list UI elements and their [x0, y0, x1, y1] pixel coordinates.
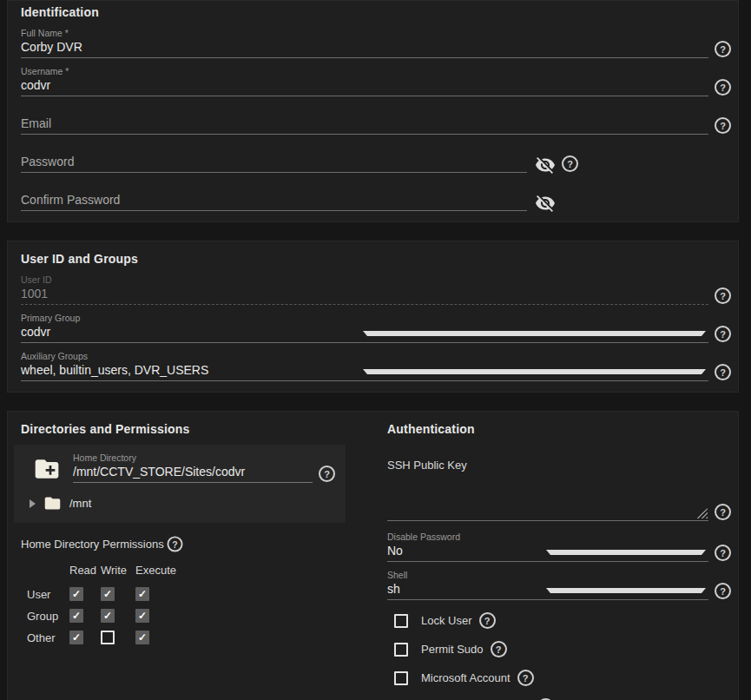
perm-row-user: User [27, 588, 69, 601]
help-icon[interactable] [715, 583, 731, 599]
permissions-grid: Read Write Execute User Group Other [27, 564, 346, 644]
password-field[interactable]: Password [21, 142, 527, 173]
password-row: Password [21, 142, 731, 173]
visibility-off-icon[interactable] [535, 155, 556, 175]
chevron-down-icon[interactable] [363, 331, 707, 336]
perm-row-group: Group [27, 610, 69, 623]
permit-sudo-option: Permit Sudo [394, 642, 731, 657]
chevron-down-icon[interactable] [546, 588, 707, 593]
permissions-label-row: Home Directory Permissions [21, 536, 346, 552]
help-icon[interactable] [319, 466, 335, 482]
create-new-folder-icon[interactable] [33, 455, 61, 483]
directories-column: Directories and Permissions Home Directo… [14, 422, 346, 644]
primary-group-label: Primary Group [21, 313, 708, 323]
checkbox-user-write[interactable] [101, 587, 115, 601]
home-directory-label: Home Directory [73, 452, 313, 463]
microsoft-account-option: Microsoft Account [394, 670, 731, 685]
username-field[interactable]: Username * codvr [21, 66, 708, 96]
visibility-off-icon[interactable] [535, 193, 556, 214]
help-icon[interactable] [517, 670, 534, 686]
help-icon[interactable] [167, 536, 182, 551]
home-directory-value: /mnt/CCTV_STORE/Sites/codvr [73, 465, 313, 479]
disable-password-select[interactable]: Disable Password No [387, 532, 708, 562]
email-field[interactable]: Email [21, 104, 708, 135]
user-id-value: 1001 [21, 287, 708, 300]
shell-label: Shell [387, 570, 708, 580]
ssh-public-key-label: SSH Public Key [387, 459, 731, 472]
confirm-password-placeholder: Confirm Password [21, 193, 527, 207]
full-name-value: Corby DVR [21, 40, 708, 54]
disable-password-value: No [387, 544, 539, 558]
section-directories-authentication: Directories and Permissions Home Directo… [7, 411, 739, 700]
directories-title: Directories and Permissions [21, 422, 346, 436]
chevron-down-icon[interactable] [546, 550, 707, 555]
checkbox-permit-sudo[interactable] [394, 643, 408, 657]
help-icon[interactable] [479, 612, 496, 629]
username-label: Username * [21, 66, 708, 76]
user-id-row: User ID 1001 [21, 274, 731, 305]
shell-row: Shell sh [387, 570, 731, 600]
microsoft-account-label: Microsoft Account [421, 671, 511, 684]
help-icon[interactable] [715, 79, 731, 96]
checkbox-group-execute[interactable] [135, 609, 149, 623]
disable-password-row: Disable Password No [387, 532, 731, 562]
identification-title: Identification [21, 5, 731, 19]
section-identification: Identification Full Name * Corby DVR Use… [7, 0, 739, 222]
tree-expand-icon[interactable] [30, 499, 36, 508]
help-icon[interactable] [715, 41, 731, 57]
auxiliary-groups-value: wheel, builtin_users, DVR_USERS [21, 363, 356, 377]
checkbox-user-read[interactable] [69, 587, 83, 601]
shell-value: sh [387, 582, 539, 596]
primary-group-select[interactable]: Primary Group codvr [21, 313, 708, 343]
help-icon[interactable] [715, 326, 731, 342]
checkbox-microsoft-account[interactable] [394, 671, 408, 685]
checkbox-user-execute[interactable] [135, 587, 149, 601]
password-placeholder: Password [21, 155, 527, 168]
help-icon[interactable] [715, 364, 731, 380]
checkbox-other-execute[interactable] [135, 631, 149, 644]
user-edit-form: Identification Full Name * Corby DVR Use… [7, 0, 739, 700]
perm-row-other: Other [27, 631, 69, 644]
help-icon[interactable] [562, 155, 578, 172]
home-directory-field[interactable]: Home Directory /mnt/CCTV_STORE/Sites/cod… [73, 452, 313, 483]
tree-node-mnt[interactable]: /mnt [26, 494, 335, 512]
checkbox-group-read[interactable] [69, 609, 83, 623]
chevron-down-icon[interactable] [363, 369, 707, 374]
confirm-password-field[interactable]: Confirm Password [21, 181, 527, 211]
primary-group-row: Primary Group codvr [21, 313, 731, 343]
shell-select[interactable]: Shell sh [387, 570, 708, 600]
full-name-label: Full Name * [21, 28, 708, 38]
user-id-groups-title: User ID and Groups [21, 252, 731, 266]
lock-user-option: Lock User [394, 613, 731, 628]
resize-grip-icon[interactable] [695, 508, 708, 518]
checkbox-other-write[interactable] [101, 631, 115, 644]
perm-col-write: Write [101, 564, 135, 579]
section-user-id-groups: User ID and Groups User ID 1001 Primary … [7, 241, 739, 393]
auxiliary-groups-select[interactable]: Auxiliary Groups wheel, builtin_users, D… [21, 351, 708, 381]
email-placeholder: Email [21, 116, 708, 130]
checkbox-lock-user[interactable] [394, 614, 408, 628]
ssh-public-key-textarea[interactable] [387, 475, 708, 521]
help-icon[interactable] [715, 545, 731, 561]
full-name-field[interactable]: Full Name * Corby DVR [21, 28, 708, 58]
help-icon[interactable] [715, 117, 731, 134]
checkbox-group-write[interactable] [101, 609, 115, 623]
help-icon[interactable] [715, 504, 731, 520]
perm-col-execute: Execute [135, 564, 188, 579]
perm-col-read: Read [69, 564, 101, 579]
help-icon[interactable] [715, 287, 731, 304]
full-name-row: Full Name * Corby DVR [21, 28, 731, 58]
auth-options: Lock User Permit Sudo Microsoft Account [387, 613, 731, 700]
folder-icon [43, 494, 62, 512]
username-value: codvr [21, 78, 708, 92]
ssh-public-key-row [387, 472, 731, 521]
username-row: Username * codvr [21, 66, 731, 96]
lock-user-label: Lock User [421, 614, 472, 627]
help-icon[interactable] [491, 641, 507, 657]
authentication-column: Authentication SSH Public Key Disable Pa… [387, 422, 731, 700]
checkbox-other-read[interactable] [69, 631, 83, 644]
permit-sudo-label: Permit Sudo [421, 643, 484, 656]
confirm-password-row: Confirm Password [21, 181, 731, 211]
email-row: Email [21, 104, 731, 135]
user-id-label: User ID [21, 274, 708, 285]
